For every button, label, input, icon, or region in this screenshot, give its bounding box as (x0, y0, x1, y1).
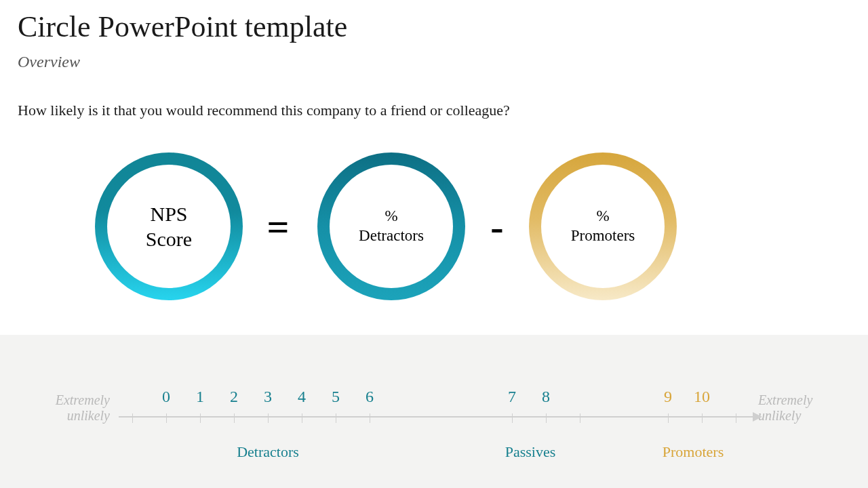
tick (702, 413, 703, 423)
tick (546, 413, 547, 423)
scale-axis (119, 416, 753, 418)
scale-number-5: 5 (326, 388, 346, 406)
tick (166, 413, 167, 423)
circle-promoters: %Promoters (529, 152, 677, 300)
scale-number-2: 2 (224, 388, 244, 406)
tick (234, 413, 235, 423)
tick (580, 413, 580, 423)
circle-promoters-label: %Promoters (571, 207, 635, 246)
scale-number-7: 7 (502, 388, 522, 406)
circle-detractors: %Detractors (317, 152, 465, 300)
tick (370, 413, 370, 423)
page-subtitle: Overview (18, 53, 80, 71)
scale-number-10: 10 (692, 388, 712, 406)
scale-number-4: 4 (292, 388, 312, 406)
category-passives: Passives (483, 443, 578, 461)
tick (200, 413, 201, 423)
nps-question: How likely is it that you would recommen… (18, 102, 510, 119)
category-promoters: Promoters (639, 443, 747, 461)
scale-caption-right: Extremelyunlikely (758, 392, 840, 424)
scale-number-9: 9 (658, 388, 678, 406)
tick (268, 413, 269, 423)
scale-number-3: 3 (258, 388, 278, 406)
equals-sign: = (258, 204, 298, 249)
tick (668, 413, 669, 423)
scale-number-6: 6 (359, 388, 380, 406)
slide: Circle PowerPoint template Overview How … (0, 0, 868, 488)
scale-caption-left: Extremelyunlikely (28, 392, 110, 424)
tick (736, 413, 736, 423)
scale-number-1: 1 (190, 388, 210, 406)
tick (336, 413, 336, 423)
circle-nps-label: NPSScore (146, 201, 192, 252)
scale-number-0: 0 (156, 388, 176, 406)
scale-panel: Extremelyunlikely Extremelyunlikely 0 1 … (0, 335, 868, 488)
category-detractors: Detractors (166, 443, 370, 461)
minus-sign: - (477, 204, 517, 249)
circle-nps-score: NPSScore (95, 152, 243, 300)
page-title: Circle PowerPoint template (18, 9, 347, 44)
tick (132, 413, 133, 423)
nps-formula: NPSScore = %Detractors - %Promoters (0, 146, 868, 322)
scale-number-8: 8 (536, 388, 556, 406)
tick (512, 413, 513, 423)
circle-detractors-label: %Detractors (359, 207, 424, 246)
tick (302, 413, 302, 423)
